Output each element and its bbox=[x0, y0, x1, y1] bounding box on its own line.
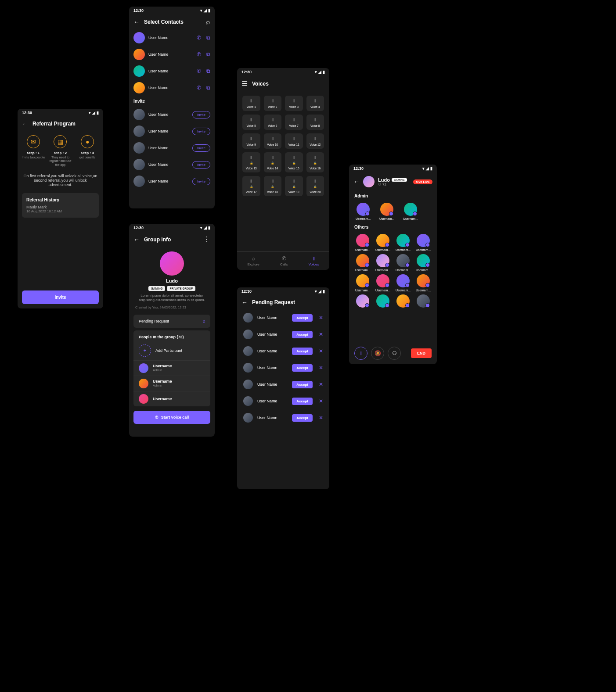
voice-tile[interactable]: ⫴ Voice 4 bbox=[306, 96, 324, 111]
voice-tile[interactable]: ⫴ Voice 3 bbox=[285, 96, 303, 111]
other-cell[interactable] bbox=[394, 294, 412, 309]
invite-button[interactable]: Invite bbox=[192, 144, 210, 152]
participants-button[interactable]: ⚇ bbox=[388, 347, 401, 360]
other-cell[interactable] bbox=[374, 294, 392, 309]
voice-tile[interactable]: ⫴ Voice 5 bbox=[242, 115, 260, 130]
phone-icon[interactable]: ✆ bbox=[197, 51, 201, 57]
contact-row[interactable]: User Name ✆ ⧉ bbox=[129, 63, 215, 79]
voice-tile[interactable]: ⫴🔒 Voice 18 bbox=[264, 176, 282, 196]
end-button[interactable]: END bbox=[411, 348, 432, 358]
voice-tile[interactable]: ⫴🔒 Voice 14 bbox=[264, 152, 282, 172]
member-row[interactable]: Username Admin bbox=[133, 360, 210, 376]
back-icon[interactable]: ← bbox=[353, 178, 360, 185]
status-bar: 12:30 ▾◢▮ bbox=[129, 224, 215, 232]
other-cell[interactable] bbox=[353, 294, 372, 309]
accept-button[interactable]: Accept bbox=[292, 414, 313, 422]
voice-tile[interactable]: ⫴ Voice 10 bbox=[264, 133, 282, 149]
phone-icon[interactable]: ✆ bbox=[197, 85, 201, 91]
start-voice-call-button[interactable]: ✆ Start voice call bbox=[133, 411, 210, 424]
phone-icon[interactable]: ✆ bbox=[197, 68, 201, 74]
back-icon[interactable]: ← bbox=[133, 18, 140, 25]
voice-tile[interactable]: ⫴🔒 Voice 17 bbox=[242, 176, 260, 196]
nav-calls[interactable]: ✆ Calls bbox=[280, 255, 288, 266]
user-name: User Name bbox=[257, 399, 288, 403]
accept-button[interactable]: Accept bbox=[292, 331, 313, 338]
back-icon[interactable]: ← bbox=[22, 120, 28, 127]
reject-icon[interactable]: ✕ bbox=[319, 415, 323, 421]
contact-row[interactable]: User Name ✆ ⧉ bbox=[129, 79, 215, 96]
video-icon[interactable]: ⧉ bbox=[206, 51, 210, 57]
invite-button[interactable]: Invite bbox=[192, 178, 210, 185]
member-row[interactable]: Username bbox=[133, 391, 210, 406]
voice-tile[interactable]: ⫴ Voice 7 bbox=[285, 115, 303, 130]
voice-tile[interactable]: ⫴ Voice 8 bbox=[306, 115, 324, 130]
accept-button[interactable]: Accept bbox=[292, 364, 313, 372]
reject-icon[interactable]: ✕ bbox=[319, 331, 323, 337]
accept-button[interactable]: Accept bbox=[292, 398, 313, 405]
reject-icon[interactable]: ✕ bbox=[319, 398, 323, 404]
nav-explore[interactable]: ⌕ Explore bbox=[248, 255, 259, 266]
invite-button[interactable]: Invite bbox=[192, 111, 210, 118]
accept-button[interactable]: Accept bbox=[292, 348, 313, 355]
nav-voices[interactable]: ⫴ Voices bbox=[309, 255, 319, 266]
other-cell[interactable]: Usernam... bbox=[353, 234, 372, 251]
sound-toggle-button[interactable]: ⫴ bbox=[354, 347, 367, 360]
more-icon[interactable]: ⋮ bbox=[203, 235, 210, 244]
voice-tile[interactable]: ⫴🔒 Voice 19 bbox=[285, 176, 303, 196]
voice-tile[interactable]: ⫴ Voice 9 bbox=[242, 133, 260, 149]
admin-cell[interactable]: Usernam... bbox=[353, 203, 373, 220]
other-cell[interactable]: Usernam... bbox=[394, 234, 412, 251]
reject-icon[interactable]: ✕ bbox=[319, 365, 323, 371]
other-cell[interactable]: Usernam... bbox=[394, 254, 412, 272]
contact-row[interactable]: User Name ✆ ⧉ bbox=[129, 29, 215, 46]
accept-button[interactable]: Accept bbox=[292, 381, 313, 388]
other-cell[interactable]: Usernam... bbox=[414, 254, 432, 272]
admin-cell[interactable]: Usernam... bbox=[401, 203, 420, 220]
menu-icon[interactable]: ☰ bbox=[241, 79, 248, 88]
other-cell[interactable]: Usernam... bbox=[394, 274, 412, 292]
voice-tile[interactable]: ⫴🔒 Voice 15 bbox=[285, 152, 303, 172]
voice-tile[interactable]: ⫴ Voice 11 bbox=[285, 133, 303, 149]
video-icon[interactable]: ⧉ bbox=[206, 85, 210, 91]
other-cell[interactable]: Usernam... bbox=[374, 234, 392, 251]
user-name: User Name bbox=[257, 316, 288, 320]
group-avatar[interactable] bbox=[160, 251, 184, 276]
referral-history-card[interactable]: Referral History Mauly Mark 16 Aug,2022 … bbox=[22, 193, 99, 218]
admin-cell[interactable]: Usernam... bbox=[377, 203, 396, 220]
reject-icon[interactable]: ✕ bbox=[319, 348, 323, 354]
voice-tile[interactable]: ⫴🔒 Voice 20 bbox=[306, 176, 324, 196]
contact-row[interactable]: User Name ✆ ⧉ bbox=[129, 46, 215, 63]
phone-icon: ✆ bbox=[280, 255, 288, 262]
reject-icon[interactable]: ✕ bbox=[319, 381, 323, 387]
add-participant-row[interactable]: + Add Participant bbox=[133, 341, 210, 360]
group-avatar[interactable] bbox=[363, 176, 375, 187]
phone-icon[interactable]: ✆ bbox=[197, 35, 201, 41]
video-icon[interactable]: ⧉ bbox=[206, 35, 210, 41]
invite-button[interactable]: Invite bbox=[22, 290, 99, 304]
reject-icon[interactable]: ✕ bbox=[319, 315, 323, 321]
accept-button[interactable]: Accept bbox=[292, 314, 313, 322]
other-cell[interactable]: Usernam... bbox=[374, 254, 392, 272]
voice-tile[interactable]: ⫴ Voice 1 bbox=[242, 96, 260, 111]
pending-request-card[interactable]: Pending Request 2 bbox=[133, 315, 210, 328]
voice-tile[interactable]: ⫴ Voice 6 bbox=[264, 115, 282, 130]
other-cell[interactable]: Usernam... bbox=[414, 274, 432, 292]
invite-button[interactable]: Invite bbox=[192, 128, 210, 135]
voice-tile[interactable]: ⫴ Voice 2 bbox=[264, 96, 282, 111]
mute-notifications-button[interactable]: 🔕 bbox=[371, 347, 384, 360]
other-cell[interactable] bbox=[414, 294, 432, 309]
other-cell[interactable]: Usernam... bbox=[353, 274, 372, 292]
other-cell[interactable]: Usernam... bbox=[353, 254, 372, 272]
back-icon[interactable]: ← bbox=[241, 299, 248, 306]
other-cell[interactable]: Usernam... bbox=[414, 234, 432, 251]
voice-tile[interactable]: ⫴ Voice 12 bbox=[306, 133, 324, 149]
voice-tile[interactable]: ⫴🔒 Voice 13 bbox=[242, 152, 260, 172]
member-row[interactable]: Username Admin bbox=[133, 376, 210, 391]
video-icon[interactable]: ⧉ bbox=[206, 68, 210, 74]
invite-button[interactable]: Invite bbox=[192, 161, 210, 169]
badge-gaming: GAMING bbox=[392, 178, 407, 182]
back-icon[interactable]: ← bbox=[133, 236, 140, 243]
voice-tile[interactable]: ⫴🔒 Voice 16 bbox=[306, 152, 324, 172]
search-icon[interactable]: ⌕ bbox=[206, 18, 210, 26]
other-cell[interactable]: Usernam... bbox=[374, 274, 392, 292]
